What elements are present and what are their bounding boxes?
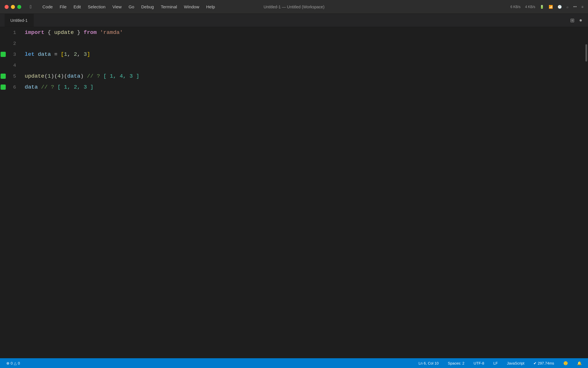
code-token: [	[103, 73, 110, 79]
gutter-row: 5	[0, 71, 20, 82]
network-download: 4 KB/s	[525, 5, 535, 9]
code-line	[25, 38, 584, 49]
code-token: 4	[57, 73, 61, 79]
code-token: ,	[123, 73, 129, 79]
code-token: {	[44, 29, 54, 36]
tab-bar: Untitled-1 ⊞ ●	[0, 14, 588, 27]
code-area[interactable]: import { update } from 'ramda'let data =…	[20, 27, 584, 358]
menu-selection[interactable]: Selection	[84, 3, 109, 10]
menu-help[interactable]: Help	[203, 3, 218, 10]
code-token: ]	[133, 73, 139, 79]
menu-code[interactable]: Code	[39, 3, 56, 10]
code-line: let data = [1, 2, 3]	[25, 49, 584, 60]
file-encoding[interactable]: UTF-8	[472, 361, 486, 366]
code-token: data	[67, 73, 80, 79]
editor-container: 123456 import { update } from 'ramda'let…	[0, 27, 588, 358]
code-token: 3	[84, 51, 87, 57]
breakpoint-placeholder	[1, 30, 6, 35]
code-token: data	[38, 51, 51, 57]
breakpoint-placeholder	[1, 41, 6, 46]
line-number: 3	[7, 52, 18, 57]
menu-debug[interactable]: Debug	[138, 3, 157, 10]
code-token: // ?	[87, 73, 103, 79]
code-token: [	[57, 84, 64, 90]
code-token: ,	[113, 73, 120, 79]
code-line: import { update } from 'ramda'	[25, 27, 584, 38]
breakpoint-dot[interactable]	[1, 52, 6, 57]
code-token: )(	[61, 73, 67, 79]
code-line: data // ? [ 1, 2, 3 ]	[25, 82, 584, 93]
minimize-button[interactable]	[11, 5, 15, 9]
gutter-row: 4	[0, 60, 20, 71]
code-token: }	[74, 29, 84, 36]
code-token	[34, 51, 38, 57]
gutter-row: 2	[0, 38, 20, 49]
status-bar: ⊗ 0 △ 0 Ln 6, Col 10 Spaces: 2 UTF-8 LF …	[0, 358, 588, 368]
error-count[interactable]: ⊗ 0 △ 0	[5, 361, 22, 366]
breakpoint-dot[interactable]	[1, 85, 6, 90]
code-token: ,	[77, 51, 84, 57]
code-token: import	[25, 29, 44, 36]
titlebar:  Code File Edit Selection View Go Debug…	[0, 0, 588, 14]
code-token: 2	[74, 84, 77, 90]
menu-terminal[interactable]: Terminal	[157, 3, 181, 10]
code-token	[38, 84, 41, 90]
cursor-position[interactable]: Ln 6, Col 10	[417, 361, 440, 366]
close-button[interactable]	[5, 5, 9, 9]
menu-file[interactable]: File	[56, 3, 70, 10]
search-icon: ⌕	[566, 5, 568, 9]
gutter-row: 1	[0, 27, 20, 38]
code-token: from	[84, 29, 97, 36]
tab-label: Untitled-1	[10, 18, 28, 23]
code-token: ,	[67, 51, 74, 57]
code-token: 1	[64, 51, 67, 57]
breakpoint-placeholder	[1, 63, 6, 68]
code-token: update	[25, 73, 44, 79]
gutter-row: 3	[0, 49, 20, 60]
code-token: ]	[87, 84, 94, 90]
code-token: 'ramda'	[100, 29, 123, 36]
warning-icon: △	[14, 361, 17, 365]
warning-number: 0	[18, 361, 20, 365]
language-mode[interactable]: JavaScript	[505, 361, 526, 366]
code-token: update	[54, 29, 74, 36]
code-token: 4	[120, 73, 123, 79]
code-token: )(	[51, 73, 57, 79]
split-editor-icon[interactable]: ⊞	[570, 17, 575, 24]
menu-window[interactable]: Window	[181, 3, 203, 10]
quokka-status[interactable]: ✔ 297.74ms	[532, 361, 556, 366]
code-line: update(1)(4)(data) // ? [ 1, 4, 3 ]	[25, 71, 584, 82]
error-icon: ⊗	[6, 361, 9, 365]
code-token: [	[61, 51, 64, 57]
traffic-lights	[5, 5, 21, 9]
emoji-icon[interactable]: 🙂	[562, 361, 570, 366]
menu-edit[interactable]: Edit	[70, 3, 84, 10]
maximize-button[interactable]	[17, 5, 21, 9]
code-token: ,	[67, 84, 74, 90]
menu-go[interactable]: Go	[125, 3, 138, 10]
code-token: 3	[129, 73, 133, 79]
line-number: 4	[7, 63, 18, 68]
menu-view[interactable]: View	[109, 3, 125, 10]
line-ending[interactable]: LF	[492, 361, 499, 366]
gutter-row: 6	[0, 82, 20, 93]
code-token: 1	[64, 84, 67, 90]
code-token: (	[44, 73, 47, 79]
clock-icon: 🕐	[558, 5, 562, 9]
line-number: 1	[7, 30, 18, 35]
wifi-icon: 📶	[549, 5, 553, 9]
code-token: ]	[87, 51, 90, 57]
tab-untitled1[interactable]: Untitled-1	[5, 14, 34, 27]
scrollbar-thumb[interactable]	[585, 44, 587, 62]
code-token: 1	[48, 73, 51, 79]
breakpoint-dot[interactable]	[1, 74, 6, 79]
notification-icon[interactable]: 🔔	[575, 361, 583, 366]
editor-gutter: 123456	[0, 27, 20, 358]
scrollbar-track[interactable]	[584, 27, 588, 358]
code-token	[97, 29, 100, 36]
code-token: 3	[84, 84, 87, 90]
indentation[interactable]: Spaces: 2	[446, 361, 466, 366]
code-token: ,	[77, 84, 84, 90]
network-upload: 6 KB/s	[510, 5, 521, 9]
code-token: let	[25, 51, 34, 57]
